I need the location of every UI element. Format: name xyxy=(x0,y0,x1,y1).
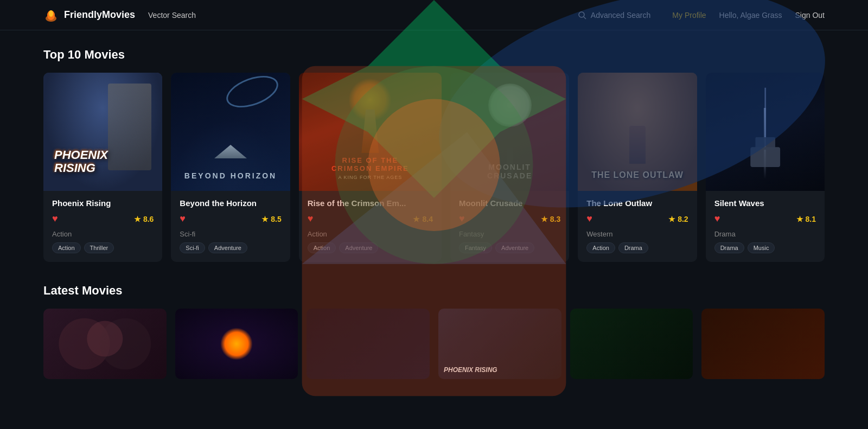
latest-poster-6 xyxy=(701,309,825,379)
latest-section: Latest Movies xyxy=(43,284,825,379)
latest-movies-row xyxy=(43,309,825,379)
latest-card-6[interactable] xyxy=(701,309,825,379)
main-content: Top 10 Movies PHOENIXRISING Phoenix Risi… xyxy=(0,30,868,396)
